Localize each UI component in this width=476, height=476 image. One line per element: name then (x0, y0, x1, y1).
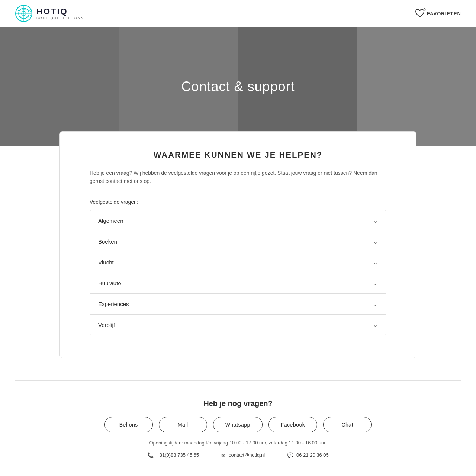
contact-heading: Heb je nog vragen? (15, 399, 461, 408)
email-address: contact@hotiq.nl (229, 452, 265, 458)
favorites-button[interactable]: 0 FAVORIETEN (415, 9, 461, 18)
faq-item-label: Boeken (98, 238, 117, 245)
favorites-count: 0 (424, 7, 426, 12)
mail-button[interactable]: Mail (159, 417, 207, 432)
support-heading: WAARMEE KUNNEN WE JE HELPEN? (90, 150, 386, 160)
contact-buttons: Bel ons Mail Whatsapp Facebook Chat (15, 417, 461, 432)
chat-button[interactable]: Chat (323, 417, 372, 432)
chevron-down-icon: ⌄ (373, 321, 378, 328)
faq-item-algemeen[interactable]: Algemeen ⌄ (90, 210, 386, 231)
logo-icon (15, 4, 33, 22)
contact-section: Heb je nog vragen? Bel ons Mail Whatsapp… (15, 381, 461, 469)
faq-item-vlucht[interactable]: Vlucht ⌄ (90, 252, 386, 273)
faq-item-experiences[interactable]: Experiences ⌄ (90, 294, 386, 315)
faq-item-label: Verblijf (98, 322, 115, 328)
faq-item-huurauto[interactable]: Huurauto ⌄ (90, 273, 386, 294)
support-card: WAARMEE KUNNEN WE JE HELPEN? Heb je een … (60, 131, 416, 358)
contact-info-row: 📞 +31(0)88 735 45 65 ✉ contact@hotiq.nl … (15, 452, 461, 458)
chevron-down-icon: ⌄ (373, 217, 378, 224)
page-title: Contact & support (181, 79, 295, 94)
logo-text: HOTIQ BOUTIQUE HOLIDAYS (36, 7, 84, 20)
logo[interactable]: HOTIQ BOUTIQUE HOLIDAYS (15, 4, 84, 22)
faq-label: Veelgestelde vragen: (90, 199, 386, 205)
phone-icon: 📞 (147, 452, 154, 458)
faq-item-boeken[interactable]: Boeken ⌄ (90, 231, 386, 252)
mobile-number: 06 21 20 36 05 (296, 452, 329, 458)
mobile-icon: 💬 (287, 452, 293, 458)
contact-email: ✉ contact@hotiq.nl (221, 452, 265, 458)
contact-mobile: 💬 06 21 20 36 05 (287, 452, 329, 458)
bel-ons-button[interactable]: Bel ons (104, 417, 153, 432)
email-icon: ✉ (221, 452, 226, 458)
opening-hours: Openingstijden: maandag t/m vrijdag 10.0… (15, 440, 461, 446)
favorites-label: FAVORIETEN (427, 11, 461, 16)
contact-phone: 📞 +31(0)88 735 45 65 (147, 452, 199, 458)
hero-banner: Contact & support (0, 27, 476, 146)
logo-subtitle: BOUTIQUE HOLIDAYS (36, 16, 84, 20)
heart-badge: 0 (415, 9, 425, 18)
faq-item-label: Experiences (98, 301, 129, 307)
logo-name: HOTIQ (36, 7, 84, 16)
header: HOTIQ BOUTIQUE HOLIDAYS 0 FAVORIETEN (0, 0, 476, 27)
support-description: Heb je een vraag? Wij hebben de veelgest… (90, 169, 386, 186)
main-content: WAARMEE KUNNEN WE JE HELPEN? Heb je een … (0, 131, 476, 476)
chevron-down-icon: ⌄ (373, 238, 378, 245)
chevron-down-icon: ⌄ (373, 280, 378, 287)
faq-item-label: Algemeen (98, 218, 123, 224)
whatsapp-button[interactable]: Whatsapp (213, 417, 263, 432)
chevron-down-icon: ⌄ (373, 300, 378, 308)
faq-item-verblijf[interactable]: Verblijf ⌄ (90, 315, 386, 335)
chevron-down-icon: ⌄ (373, 259, 378, 266)
phone-number: +31(0)88 735 45 65 (157, 452, 199, 458)
faq-item-label: Huurauto (98, 280, 121, 286)
faq-list: Algemeen ⌄ Boeken ⌄ Vlucht ⌄ Huurauto ⌄ … (90, 210, 386, 335)
faq-item-label: Vlucht (98, 259, 114, 266)
facebook-button[interactable]: Facebook (268, 417, 317, 432)
